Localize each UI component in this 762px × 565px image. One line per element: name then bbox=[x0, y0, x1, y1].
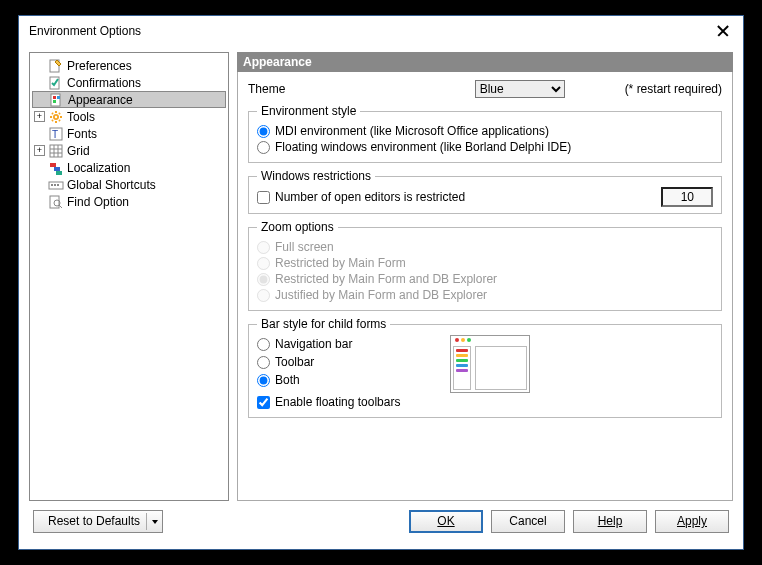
theme-label: Theme bbox=[248, 82, 308, 96]
page-check-icon bbox=[48, 75, 64, 91]
content-pane: Appearance Theme Blue (* restart require… bbox=[237, 52, 733, 501]
page-body: Theme Blue (* restart required) Environm… bbox=[237, 72, 733, 501]
tree-label: Find Option bbox=[67, 195, 129, 209]
svg-rect-17 bbox=[57, 184, 59, 186]
grid-icon bbox=[48, 143, 64, 159]
barstyle-preview bbox=[450, 335, 530, 393]
keyboard-icon bbox=[48, 177, 64, 193]
radio-nav-bar[interactable]: Navigation bar bbox=[257, 337, 400, 351]
radio-by-main-db: Restricted by Main Form and DB Explorer bbox=[257, 272, 713, 286]
radio-toolbar[interactable]: Toolbar bbox=[257, 355, 400, 369]
tree-label: Localization bbox=[67, 161, 130, 175]
svg-rect-13 bbox=[56, 171, 62, 175]
reset-button[interactable]: Reset to Defaults bbox=[33, 510, 163, 533]
zoom-legend: Zoom options bbox=[257, 220, 338, 234]
num-editors-input[interactable] bbox=[661, 187, 713, 207]
radio-both[interactable]: Both bbox=[257, 373, 400, 387]
svg-text:T: T bbox=[52, 129, 58, 140]
radio-justified: Justified by Main Form and DB Explorer bbox=[257, 288, 713, 302]
check-floating-toolbars[interactable]: Enable floating toolbars bbox=[257, 395, 400, 409]
tree-label: Grid bbox=[67, 144, 90, 158]
svg-rect-4 bbox=[57, 96, 60, 99]
svg-rect-15 bbox=[51, 184, 53, 186]
barstyle-legend: Bar style for child forms bbox=[257, 317, 390, 331]
tree-label: Global Shortcuts bbox=[67, 178, 156, 192]
svg-rect-3 bbox=[53, 96, 56, 99]
nav-tree[interactable]: Preferences Confirmations Appearance + T… bbox=[29, 52, 229, 501]
tree-item-tools[interactable]: + Tools bbox=[30, 108, 228, 125]
titlebar: Environment Options bbox=[19, 16, 743, 46]
ok-button[interactable]: OK bbox=[409, 510, 483, 533]
page-pencil-icon bbox=[48, 58, 64, 74]
tree-label: Tools bbox=[67, 110, 95, 124]
tree-label: Preferences bbox=[67, 59, 132, 73]
window: Environment Options Preferences Confirma… bbox=[18, 15, 744, 550]
tree-label: Fonts bbox=[67, 127, 97, 141]
tree-label: Confirmations bbox=[67, 76, 141, 90]
page-title: Appearance bbox=[237, 52, 733, 72]
tree-label: Appearance bbox=[68, 93, 133, 107]
gear-icon bbox=[48, 109, 64, 125]
restrictions-group: Windows restrictions Number of open edit… bbox=[248, 169, 722, 214]
tree-item-global-shortcuts[interactable]: Global Shortcuts bbox=[30, 176, 228, 193]
env-style-legend: Environment style bbox=[257, 104, 360, 118]
find-icon bbox=[48, 194, 64, 210]
restart-note: (* restart required) bbox=[625, 82, 722, 96]
help-button[interactable]: Help bbox=[573, 510, 647, 533]
svg-point-7 bbox=[55, 115, 57, 117]
radio-floating[interactable]: Floating windows environment (like Borla… bbox=[257, 140, 713, 154]
restrictions-legend: Windows restrictions bbox=[257, 169, 375, 183]
footer: Reset to Defaults OK Cancel Help Apply bbox=[19, 501, 743, 541]
expand-icon[interactable]: + bbox=[34, 111, 45, 122]
tree-item-fonts[interactable]: T Fonts bbox=[30, 125, 228, 142]
svg-rect-12 bbox=[54, 167, 60, 171]
expand-icon[interactable]: + bbox=[34, 145, 45, 156]
cancel-button[interactable]: Cancel bbox=[491, 510, 565, 533]
svg-rect-16 bbox=[54, 184, 56, 186]
tree-item-preferences[interactable]: Preferences bbox=[30, 57, 228, 74]
svg-rect-5 bbox=[53, 100, 56, 103]
tree-item-confirmations[interactable]: Confirmations bbox=[30, 74, 228, 91]
font-t-icon: T bbox=[48, 126, 64, 142]
theme-row: Theme Blue (* restart required) bbox=[248, 80, 722, 98]
check-num-editors[interactable]: Number of open editors is restricted bbox=[257, 190, 465, 204]
tree-item-find-option[interactable]: Find Option bbox=[30, 193, 228, 210]
svg-rect-10 bbox=[50, 145, 62, 157]
svg-rect-11 bbox=[50, 163, 56, 167]
close-icon[interactable] bbox=[713, 21, 733, 41]
tree-item-appearance[interactable]: Appearance bbox=[32, 91, 226, 108]
flags-icon bbox=[48, 160, 64, 176]
window-title: Environment Options bbox=[29, 24, 141, 38]
barstyle-group: Bar style for child forms Navigation bar… bbox=[248, 317, 722, 418]
zoom-group: Zoom options Full screen Restricted by M… bbox=[248, 220, 722, 311]
env-style-group: Environment style MDI environment (like … bbox=[248, 104, 722, 163]
apply-button[interactable]: Apply bbox=[655, 510, 729, 533]
page-colors-icon bbox=[49, 92, 65, 108]
tree-item-grid[interactable]: + Grid bbox=[30, 142, 228, 159]
theme-select[interactable]: Blue bbox=[475, 80, 565, 98]
radio-mdi[interactable]: MDI environment (like Microsoft Office a… bbox=[257, 124, 713, 138]
radio-by-main: Restricted by Main Form bbox=[257, 256, 713, 270]
body: Preferences Confirmations Appearance + T… bbox=[19, 46, 743, 501]
radio-full-screen: Full screen bbox=[257, 240, 713, 254]
tree-item-localization[interactable]: Localization bbox=[30, 159, 228, 176]
